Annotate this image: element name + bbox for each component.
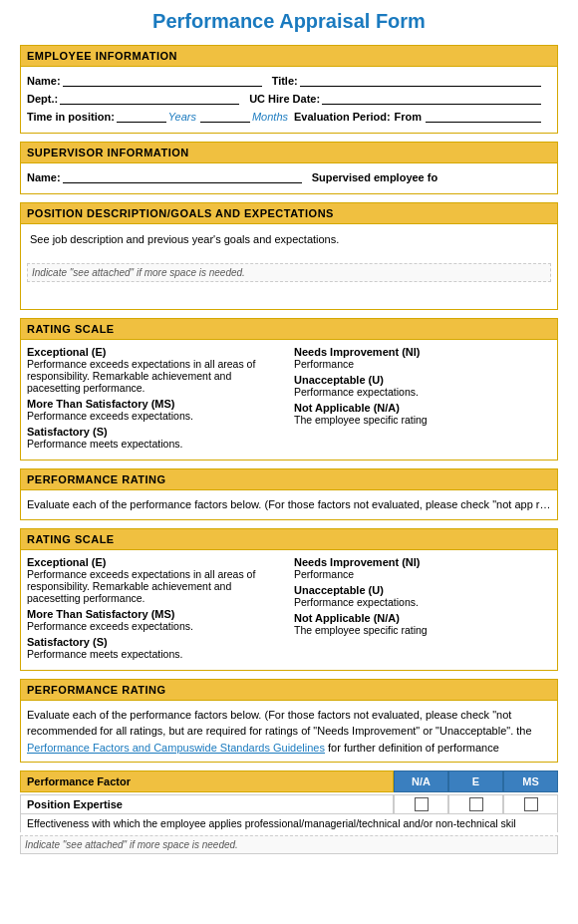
- rating-scale-2-right: Needs Improvement (NI) Performance Unacc…: [294, 556, 551, 664]
- position-expertise-placeholder: Indicate "see attached" if more space is…: [20, 835, 558, 854]
- rating-ms-2: More Than Satisfactory (MS) Performance …: [27, 608, 284, 632]
- supervisor-name-field[interactable]: [63, 169, 302, 183]
- rating-scale-1-left: Exceptional (E) Performance exceeds expe…: [27, 346, 284, 454]
- months-field[interactable]: [200, 109, 250, 123]
- rating-scale-2-grid: Exceptional (E) Performance exceeds expe…: [27, 556, 551, 664]
- rating-s-1: Satisfactory (S) Performance meets expec…: [27, 426, 284, 450]
- position-expertise-ms-checkbox[interactable]: [503, 794, 558, 814]
- position-desc-body: See job description and previous year's …: [20, 224, 558, 310]
- rating-scale-1-grid: Exceptional (E) Performance exceeds expe…: [27, 346, 551, 454]
- perf-rating-2-section: PERFORMANCE RATING Evaluate each of the …: [20, 679, 558, 764]
- col-na-header: N/A: [394, 770, 448, 792]
- uc-hire-field[interactable]: [322, 91, 541, 105]
- position-desc-placeholder: Indicate "see attached" if more space is…: [27, 263, 551, 282]
- position-expertise-factor-row: Position Expertise: [20, 794, 558, 814]
- perf-rating-2-header: PERFORMANCE RATING: [20, 679, 558, 701]
- rating-ni-2-desc: Performance: [294, 568, 551, 580]
- supervisor-info-body: Name: Supervised employee fo: [20, 163, 558, 194]
- rating-ms-2-term: More Than Satisfactory (MS): [27, 608, 175, 620]
- rating-ni-2: Needs Improvement (NI) Performance: [294, 556, 551, 580]
- employee-info-header: EMPLOYEE INFORMATION: [20, 45, 558, 67]
- rating-s-2-desc: Performance meets expectations.: [27, 648, 284, 660]
- position-expertise-label: Position Expertise: [20, 794, 394, 814]
- perf-rating-1-text: Evaluate each of the performance factors…: [27, 498, 558, 510]
- rating-s-1-desc: Performance meets expectations.: [27, 438, 284, 450]
- dept-hire-row: Dept.: UC Hire Date:: [27, 91, 551, 105]
- position-expertise-na-checkbox[interactable]: [394, 794, 448, 814]
- rating-scale-2-header: RATING SCALE: [20, 528, 558, 550]
- uc-hire-label: UC Hire Date:: [249, 93, 320, 105]
- rating-u-2: Unacceptable (U) Performance expectation…: [294, 584, 551, 608]
- col-e-header: E: [448, 770, 503, 792]
- perf-rating-2-text2: for further definition of performance: [325, 742, 499, 754]
- page-title: Performance Appraisal Form: [20, 10, 558, 33]
- rating-s-2: Satisfactory (S) Performance meets expec…: [27, 636, 284, 660]
- years-field[interactable]: [117, 109, 166, 123]
- rating-na-2: Not Applicable (N/A) The employee specif…: [294, 612, 551, 636]
- ms-checkbox-box[interactable]: [524, 797, 538, 811]
- position-expertise-row: Position Expertise Effectiveness with wh…: [20, 794, 558, 854]
- rating-exceptional-1: Exceptional (E) Performance exceeds expe…: [27, 346, 284, 394]
- name-title-row: Name: Title:: [27, 73, 551, 87]
- rating-exceptional-1-term: Exceptional (E): [27, 346, 106, 358]
- supervisor-info-header: SUPERVISOR INFORMATION: [20, 142, 558, 163]
- rating-s-2-term: Satisfactory (S): [27, 636, 108, 648]
- from-label: From: [395, 111, 423, 123]
- supervisor-name-row: Name: Supervised employee fo: [27, 169, 551, 183]
- rating-exceptional-2: Exceptional (E) Performance exceeds expe…: [27, 556, 284, 604]
- title-field[interactable]: [300, 73, 541, 87]
- rating-scale-1-section: RATING SCALE Exceptional (E) Performance…: [20, 318, 558, 461]
- perf-rating-2-text: Evaluate each of the performance factors…: [27, 709, 532, 738]
- rating-u-1-term: Unacceptable (U): [294, 374, 384, 386]
- rating-na-2-desc: The employee specific rating: [294, 624, 551, 636]
- dept-field[interactable]: [60, 91, 239, 105]
- rating-na-1-term: Not Applicable (N/A): [294, 402, 400, 414]
- e-checkbox-box[interactable]: [469, 797, 483, 811]
- na-checkbox-box[interactable]: [415, 797, 429, 811]
- rating-ni-1-term: Needs Improvement (NI): [294, 346, 421, 358]
- table-header-row: Performance Factor N/A E MS: [20, 770, 558, 792]
- supervisor-name-label: Name:: [27, 171, 61, 183]
- rating-scale-1-right: Needs Improvement (NI) Performance Unacc…: [294, 346, 551, 454]
- rating-u-2-desc: Performance expectations.: [294, 596, 551, 608]
- rating-ms-2-desc: Performance exceeds expectations.: [27, 620, 284, 632]
- rating-ms-1: More Than Satisfactory (MS) Performance …: [27, 398, 284, 422]
- perf-rating-1-body: Evaluate each of the performance factors…: [20, 490, 558, 520]
- rating-na-2-term: Not Applicable (N/A): [294, 612, 400, 624]
- months-label: Months: [252, 111, 288, 123]
- name-label: Name:: [27, 75, 61, 87]
- eval-from-field[interactable]: [426, 109, 541, 123]
- years-label: Years: [168, 111, 196, 123]
- position-expertise-e-checkbox[interactable]: [448, 794, 503, 814]
- rating-exceptional-2-term: Exceptional (E): [27, 556, 106, 568]
- rating-scale-2-body: Exceptional (E) Performance exceeds expe…: [20, 550, 558, 671]
- rating-scale-1-body: Exceptional (E) Performance exceeds expe…: [20, 340, 558, 461]
- eval-period-label: Evaluation Period:: [294, 111, 391, 123]
- position-desc-text: See job description and previous year's …: [27, 230, 551, 260]
- rating-ni-1: Needs Improvement (NI) Performance: [294, 346, 551, 370]
- rating-exceptional-2-desc: Performance exceeds expectations in all …: [27, 568, 284, 604]
- performance-table-section: Performance Factor N/A E MS Position Exp…: [20, 770, 558, 854]
- position-desc-header: POSITION DESCRIPTION/GOALS AND EXPECTATI…: [20, 202, 558, 224]
- perf-rating-1-header: PERFORMANCE RATING: [20, 468, 558, 490]
- time-eval-row: Time in position: Years Months Evaluatio…: [27, 109, 551, 123]
- title-label: Title:: [272, 75, 298, 87]
- perf-rating-2-link[interactable]: Performance Factors and Campuswide Stand…: [27, 742, 325, 754]
- rating-exceptional-1-desc: Performance exceeds expectations in all …: [27, 358, 284, 394]
- rating-u-1: Unacceptable (U) Performance expectation…: [294, 374, 551, 398]
- rating-ms-1-desc: Performance exceeds expectations.: [27, 410, 284, 422]
- supervisor-info-section: SUPERVISOR INFORMATION Name: Supervised …: [20, 142, 558, 194]
- rating-ni-2-term: Needs Improvement (NI): [294, 556, 421, 568]
- rating-scale-2-left: Exceptional (E) Performance exceeds expe…: [27, 556, 284, 664]
- name-field[interactable]: [63, 73, 262, 87]
- rating-u-2-term: Unacceptable (U): [294, 584, 384, 596]
- position-expertise-desc: Effectiveness with which the employee ap…: [20, 814, 558, 832]
- employee-info-section: EMPLOYEE INFORMATION Name: Title: Dept.:…: [20, 45, 558, 134]
- rating-na-1: Not Applicable (N/A) The employee specif…: [294, 402, 551, 426]
- rating-u-1-desc: Performance expectations.: [294, 386, 551, 398]
- perf-rating-1-section: PERFORMANCE RATING Evaluate each of the …: [20, 468, 558, 520]
- rating-ms-1-term: More Than Satisfactory (MS): [27, 398, 175, 410]
- rating-scale-1-header: RATING SCALE: [20, 318, 558, 340]
- rating-ni-1-desc: Performance: [294, 358, 551, 370]
- time-label: Time in position:: [27, 111, 115, 123]
